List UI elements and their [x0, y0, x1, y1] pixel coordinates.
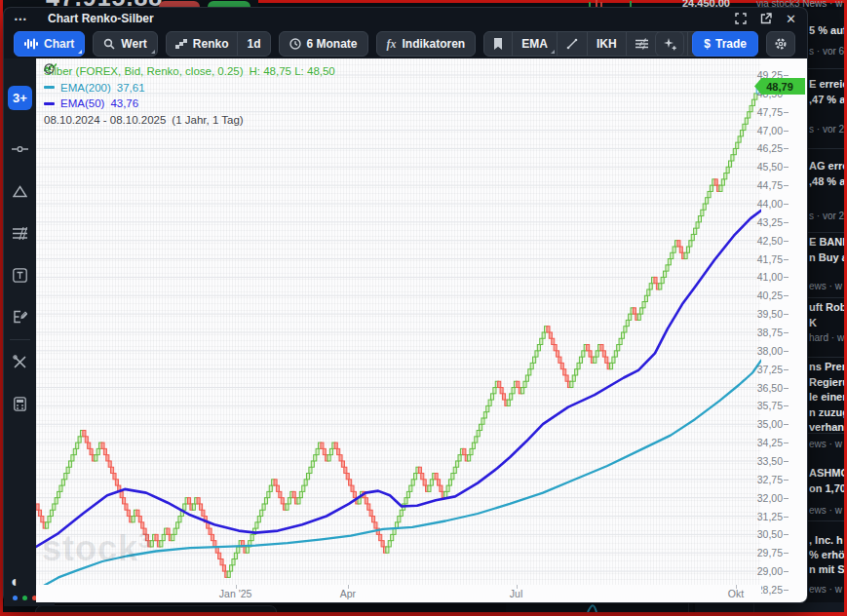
renko-brick-down: [353, 491, 356, 497]
time-tick-mark: [736, 585, 737, 589]
indicators-button-label: Indikatoren: [403, 37, 466, 51]
edit-annotation-icon[interactable]: [4, 304, 36, 329]
renko-brick-up: [736, 142, 739, 148]
renko-brick-up: [327, 455, 330, 461]
text-tool-icon[interactable]: [4, 262, 36, 288]
status-dot-blue: [13, 596, 18, 600]
renko-brick-up: [53, 504, 56, 510]
ikh-shortcut-button[interactable]: IKH: [588, 32, 627, 56]
renko-brick-up: [507, 400, 510, 405]
horizontal-line-tool-icon[interactable]: [4, 136, 36, 162]
renko-brick-up: [78, 437, 81, 443]
trade-button[interactable]: $ Trade: [692, 31, 758, 57]
renko-brick-down: [334, 443, 337, 448]
renko-brick-down: [218, 553, 221, 558]
renko-brick-down: [498, 381, 501, 387]
renko-brick-up: [453, 467, 456, 473]
news-fragment: n Buy a: [809, 251, 844, 263]
gear-icon: [774, 37, 788, 51]
renko-brick-up: [255, 522, 258, 528]
renko-brick-up: [624, 327, 627, 332]
indicators-button[interactable]: fx Indikatoren: [376, 31, 477, 57]
settings-button[interactable]: [766, 31, 795, 57]
renko-brick-up: [230, 565, 233, 571]
renko-brick-down: [589, 351, 592, 357]
renko-brick-down: [633, 308, 635, 314]
ema50-value: 43,76: [110, 96, 138, 112]
price-tick-label: 41,00: [757, 271, 783, 283]
fullscreen-icon[interactable]: [734, 13, 747, 25]
renko-brick-up: [610, 363, 613, 368]
ema200-dash-icon: [44, 86, 55, 89]
price-tick-label: 29,75: [757, 547, 783, 558]
interval-button[interactable]: 1d: [238, 32, 269, 56]
renko-brick-down: [421, 474, 424, 480]
renko-brick-up: [612, 357, 615, 363]
renko-button[interactable]: Renko: [167, 32, 239, 56]
renko-plot[interactable]: Silber (FOREX, Bid, Renko, close, 0.25) …: [36, 58, 761, 585]
renko-brick-up: [444, 491, 447, 497]
renko-brick-down: [349, 480, 352, 485]
renko-brick-down: [346, 474, 349, 480]
waveform-icon: [24, 38, 38, 50]
renko-brick-up: [647, 289, 650, 295]
renko-brick-down: [90, 448, 93, 454]
renko-brick-up: [162, 534, 165, 540]
range-button[interactable]: 6 Monate: [279, 31, 368, 57]
renko-brick-down: [167, 528, 170, 534]
renko-brick-up: [176, 522, 179, 528]
renko-brick-up: [483, 412, 486, 418]
bookmark-button[interactable]: [484, 32, 513, 56]
renko-brick-up: [521, 388, 524, 394]
renko-brick-down: [101, 443, 104, 448]
price-tick-mark: [784, 498, 789, 499]
price-tick-mark: [784, 443, 789, 443]
renko-brick-up: [297, 498, 300, 504]
renko-brick-up: [59, 485, 62, 491]
renko-brick-up: [232, 559, 235, 565]
footer-toolbar: [35, 605, 277, 612]
close-icon[interactable]: ✕: [785, 13, 797, 25]
price-axis[interactable]: 48,79 49,2548,5047,7547,0046,2545,5044,7…: [761, 58, 807, 585]
renko-brick-up: [477, 431, 480, 437]
renko-brick-up: [400, 510, 403, 516]
adjust-lines-button[interactable]: [627, 32, 658, 56]
renko-interval-group: Renko 1d: [166, 31, 271, 57]
chart-window: ⋯ Chart Renko-Silber ✕: [4, 8, 807, 602]
ema-shortcut-button[interactable]: EMA: [513, 32, 558, 56]
window-menu-button[interactable]: ⋯: [14, 11, 28, 26]
renko-brick-down: [365, 498, 367, 504]
time-tick-mark: [348, 585, 349, 589]
triangle-tool-icon[interactable]: [4, 178, 36, 204]
theme-toggle-icon[interactable]: ◐: [11, 573, 20, 591]
renko-brick-down: [108, 461, 111, 467]
wert-button[interactable]: Wert: [93, 31, 157, 57]
tools-icon[interactable]: [4, 349, 36, 374]
stock3-logo[interactable]: 3+: [8, 86, 32, 110]
wert-button-label: Wert: [121, 37, 146, 51]
chart-button[interactable]: Chart: [14, 31, 85, 57]
renko-brick-down: [563, 369, 566, 375]
renko-brick-down: [136, 510, 139, 516]
news-separator: [807, 68, 844, 69]
popout-icon[interactable]: [759, 13, 772, 25]
price-tick-label: 34,25: [757, 437, 783, 448]
trendline-tool-button[interactable]: [558, 32, 588, 56]
renko-brick-up: [288, 498, 290, 504]
renko-brick-up: [733, 148, 736, 154]
renko-brick-down: [374, 522, 377, 528]
renko-brick-down: [502, 394, 505, 400]
renko-brick-up: [48, 517, 51, 522]
news-fragment: 5 % auf: [809, 24, 844, 36]
magic-tools-button[interactable]: [655, 31, 684, 57]
calculator-icon[interactable]: [4, 391, 36, 416]
news-fragment: ews · w: [809, 584, 842, 595]
renko-brick-up: [73, 448, 76, 454]
fib-retracement-icon[interactable]: [4, 220, 36, 246]
renko-brick-up: [512, 388, 515, 394]
renko-brick-up: [572, 375, 575, 381]
time-axis[interactable]: Jan '25AprJulOkt: [36, 585, 761, 602]
price-tick-label: 45,50: [757, 161, 783, 173]
price-tick-label: 42,50: [757, 235, 783, 247]
renko-button-label: Renko: [193, 37, 229, 51]
